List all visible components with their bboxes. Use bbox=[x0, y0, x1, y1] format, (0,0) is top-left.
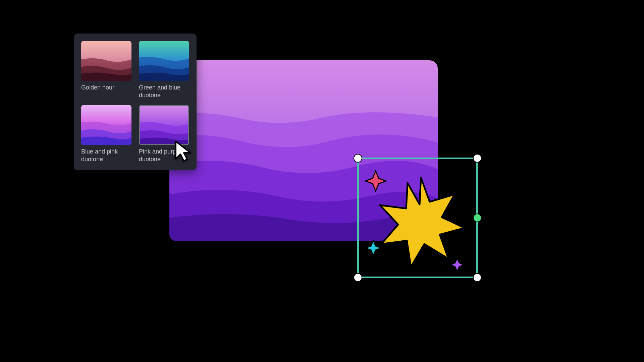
resize-handle-bottom-left[interactable] bbox=[354, 273, 362, 282]
element-selection-box[interactable] bbox=[357, 158, 478, 278]
filter-label: Green and blue duotone bbox=[139, 84, 189, 99]
resize-handle-top-left[interactable] bbox=[354, 154, 362, 163]
filter-label: Golden hour bbox=[81, 84, 131, 92]
resize-handle-bottom-right[interactable] bbox=[473, 273, 482, 282]
filter-thumb bbox=[139, 41, 189, 81]
resize-handle-top-right[interactable] bbox=[473, 154, 482, 163]
filter-option-golden-hour[interactable]: Golden hour bbox=[81, 41, 131, 99]
filter-thumb bbox=[139, 105, 189, 145]
filter-thumb bbox=[81, 41, 131, 81]
selection-border bbox=[357, 158, 478, 278]
cursor-icon bbox=[174, 140, 193, 164]
filter-label: Blue and pink duotone bbox=[81, 148, 131, 163]
filter-thumb bbox=[81, 105, 131, 145]
rotate-handle[interactable] bbox=[473, 214, 482, 222]
filter-option-green-blue[interactable]: Green and blue duotone bbox=[139, 41, 189, 99]
filter-option-blue-pink[interactable]: Blue and pink duotone bbox=[81, 105, 131, 163]
